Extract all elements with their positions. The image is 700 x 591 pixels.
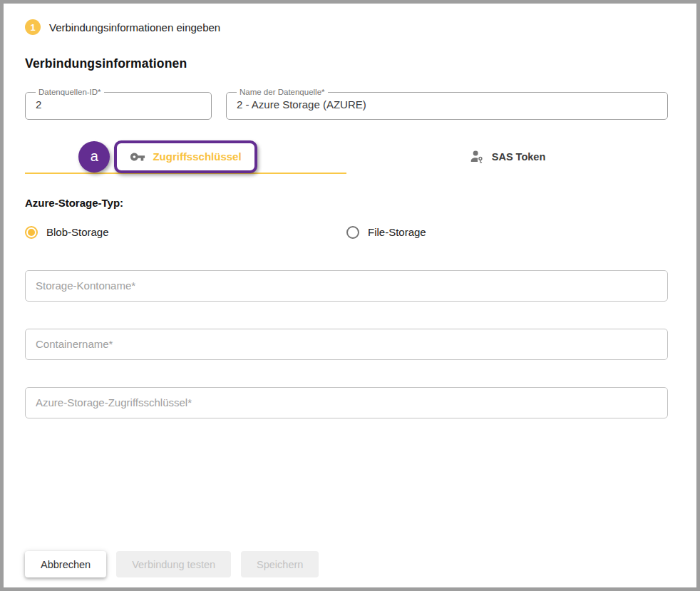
datasource-name-field: Name der Datenquelle* <box>226 88 668 120</box>
access-key-input[interactable] <box>25 387 668 418</box>
person-key-icon <box>469 149 485 165</box>
key-icon <box>130 149 145 165</box>
datasource-name-input[interactable] <box>235 97 662 113</box>
datasource-id-input[interactable] <box>34 97 205 113</box>
radio-file-storage-circle <box>346 226 359 239</box>
tab-zugriffsschluessel[interactable]: a Zugriffsschlüssel <box>25 141 346 174</box>
cancel-button[interactable]: Abbrechen <box>25 551 106 577</box>
auth-tabbar: a Zugriffsschlüssel <box>25 141 668 174</box>
datasource-id-field: Datenquellen-ID* <box>25 88 212 120</box>
test-connection-button[interactable]: Verbindung testen <box>116 551 231 577</box>
container-name-input[interactable] <box>25 329 668 360</box>
storage-account-input[interactable] <box>25 270 668 302</box>
annotation-badge-a: a <box>78 141 110 173</box>
step-label: Verbindungsinformationen eingeben <box>49 21 220 34</box>
page-title: Verbindungsinformationen <box>25 56 668 71</box>
top-fields-row: Datenquellen-ID* Name der Datenquelle* <box>25 88 668 120</box>
tab-zugriffsschluessel-highlight: a Zugriffsschlüssel <box>114 140 257 173</box>
connection-dialog-window: 1 Verbindungsinformationen eingeben Verb… <box>0 0 700 591</box>
storage-type-label: Azure-Storage-Typ: <box>25 197 668 209</box>
tab-sas-token[interactable]: SAS Token <box>346 141 668 174</box>
step-number-badge: 1 <box>25 19 41 35</box>
tab-zugriffsschluessel-label: Zugriffsschlüssel <box>153 150 241 163</box>
dialog-content: 1 Verbindungsinformationen eingeben Verb… <box>4 4 696 587</box>
tab-sas-token-label: SAS Token <box>492 151 545 163</box>
radio-blob-storage-circle <box>25 226 38 239</box>
radio-blob-storage[interactable]: Blob-Storage <box>25 226 346 239</box>
radio-blob-storage-label: Blob-Storage <box>46 226 109 238</box>
radio-file-storage[interactable]: File-Storage <box>346 226 668 239</box>
radio-file-storage-label: File-Storage <box>368 226 426 238</box>
datasource-id-label: Datenquellen-ID* <box>36 88 104 97</box>
save-button[interactable]: Speichern <box>241 551 319 577</box>
dialog-buttons-row: Abbrechen Verbindung testen Speichern <box>25 551 668 577</box>
storage-type-radio-group: Blob-Storage File-Storage <box>25 226 668 239</box>
tab-sas-token-inner: SAS Token <box>469 149 545 165</box>
step-indicator: 1 Verbindungsinformationen eingeben <box>25 19 668 35</box>
datasource-name-label: Name der Datenquelle* <box>237 88 328 97</box>
